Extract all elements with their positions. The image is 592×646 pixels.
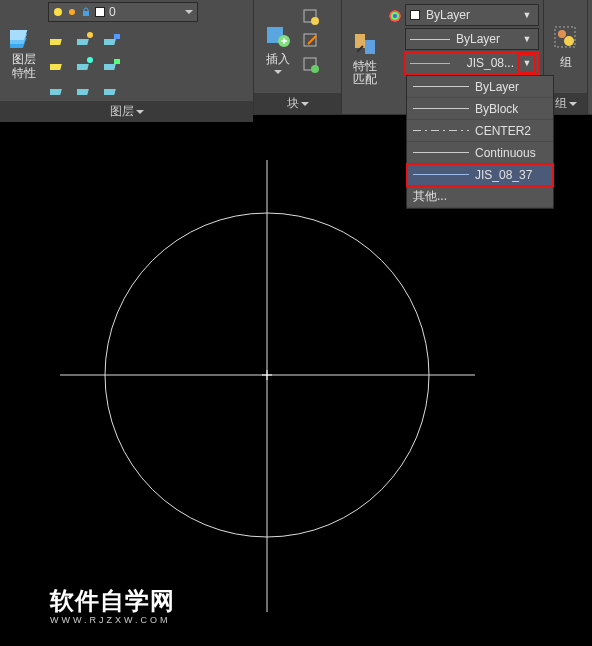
linetype-option-label: JIS_08_37 <box>475 168 547 182</box>
color-combo-label: ByLayer <box>426 8 514 22</box>
linetype-combo[interactable]: JIS_08... ▼ ByLayer ByBlock <box>405 52 539 74</box>
linetype-other-label: 其他... <box>413 188 547 205</box>
svg-point-3 <box>54 8 62 16</box>
lineweight-sample <box>410 32 450 46</box>
svg-rect-11 <box>50 64 62 70</box>
lineweight-combo-label: ByLayer <box>456 32 514 46</box>
chevron-down-icon <box>274 70 282 74</box>
group-panel-title-label: 组 <box>555 95 567 112</box>
insert-block-button[interactable]: 插入 <box>258 2 298 93</box>
linetype-option-byblock[interactable]: ByBlock <box>407 98 553 120</box>
svg-rect-17 <box>77 89 89 95</box>
svg-rect-26 <box>355 34 365 48</box>
linetype-sample <box>413 124 469 138</box>
drawing-content <box>0 140 592 646</box>
watermark: 软件自学网 WWW.RJZXW.COM <box>50 585 175 625</box>
svg-rect-6 <box>50 39 62 45</box>
svg-rect-10 <box>114 34 120 39</box>
svg-rect-7 <box>77 39 89 45</box>
layer-combo-value: 0 <box>109 5 181 19</box>
linetype-sample <box>413 80 469 94</box>
layer-freeze-icon[interactable] <box>75 29 97 51</box>
linetype-sample <box>413 146 469 160</box>
linetype-dropdown: ByLayer ByBlock CENTER2 Continuous <box>406 75 554 209</box>
layer-color-swatch <box>95 7 105 17</box>
linetype-option-jis[interactable]: JIS_08_37 <box>407 164 553 186</box>
block-attr-icon[interactable] <box>302 56 320 74</box>
layer-combo[interactable]: 0 <box>48 2 198 22</box>
insert-block-label: 插入 <box>266 51 290 68</box>
layer-off-icon[interactable] <box>48 29 70 51</box>
linetype-option-label: ByLayer <box>475 80 547 94</box>
color-swatch <box>410 10 420 20</box>
layers-panel-title[interactable]: 图层 <box>0 101 253 122</box>
layer-properties-label: 图层 特性 <box>12 53 36 79</box>
match-properties-icon <box>351 30 379 58</box>
lock-icon <box>81 7 91 17</box>
linetype-option-label: ByBlock <box>475 102 547 116</box>
chevron-down-icon: ▼ <box>520 34 534 44</box>
svg-point-25 <box>311 65 319 73</box>
blocks-panel-title[interactable]: 块 <box>254 93 341 114</box>
bulb-on-icon <box>53 7 63 17</box>
svg-point-34 <box>564 36 574 46</box>
watermark-main: 软件自学网 <box>50 585 175 617</box>
chevron-down-icon <box>185 10 193 14</box>
linetype-sample <box>413 102 469 116</box>
linetype-combo-label: JIS_08... <box>456 56 514 70</box>
linetype-option-other[interactable]: 其他... <box>407 186 553 208</box>
layer-lock-icon[interactable] <box>102 29 124 51</box>
layer-isolate-icon[interactable] <box>48 54 70 76</box>
match-properties-button[interactable]: 特性 匹配 <box>346 2 383 114</box>
chevron-down-icon: ▼ <box>520 55 534 71</box>
create-block-icon[interactable] <box>302 8 320 26</box>
svg-rect-12 <box>77 64 89 70</box>
color-combo[interactable]: ByLayer ▼ <box>405 4 539 26</box>
svg-point-31 <box>393 14 397 18</box>
watermark-sub: WWW.RJZXW.COM <box>50 615 175 625</box>
linetype-option-center2[interactable]: CENTER2 <box>407 120 553 142</box>
layers-panel-title-label: 图层 <box>110 103 134 120</box>
layer-prev-icon[interactable] <box>75 79 97 101</box>
linetype-sample <box>410 56 450 70</box>
layer-properties-button[interactable]: 图层 特性 <box>4 2 44 101</box>
svg-point-13 <box>87 57 93 63</box>
drawing-canvas[interactable]: 软件自学网 WWW.RJZXW.COM <box>0 140 592 646</box>
linetype-option-bylayer[interactable]: ByLayer <box>407 76 553 98</box>
linetype-option-label: CENTER2 <box>475 124 547 138</box>
chevron-down-icon: ▼ <box>520 10 534 20</box>
layer-thaw-icon[interactable] <box>75 54 97 76</box>
sun-icon <box>67 7 77 17</box>
group-label: 组 <box>560 54 572 71</box>
lineweight-combo[interactable]: ByLayer ▼ <box>405 28 539 50</box>
svg-rect-18 <box>104 89 116 95</box>
linetype-option-label: Continuous <box>475 146 547 160</box>
blocks-panel-title-label: 块 <box>287 95 299 112</box>
svg-rect-14 <box>104 64 116 70</box>
linetype-sample <box>413 168 469 182</box>
svg-point-4 <box>69 9 75 15</box>
layer-properties-icon <box>10 23 38 51</box>
chevron-down-icon <box>569 102 577 106</box>
chevron-down-icon <box>301 102 309 106</box>
group-icon <box>552 24 580 52</box>
svg-point-33 <box>558 30 566 38</box>
svg-rect-15 <box>114 59 120 64</box>
layer-unlock-icon[interactable] <box>102 54 124 76</box>
match-properties-label: 特性 匹配 <box>353 60 377 86</box>
svg-rect-9 <box>104 39 116 45</box>
layer-walk-icon[interactable] <box>102 79 124 101</box>
svg-point-8 <box>87 32 93 38</box>
insert-block-icon <box>264 21 292 49</box>
linetype-option-continuous[interactable]: Continuous <box>407 142 553 164</box>
layer-match-icon[interactable] <box>48 79 70 101</box>
svg-rect-23 <box>304 34 316 46</box>
svg-rect-27 <box>365 40 375 54</box>
chevron-down-icon <box>136 110 144 114</box>
svg-rect-16 <box>50 89 62 95</box>
svg-rect-5 <box>83 11 89 16</box>
edit-block-icon[interactable] <box>302 32 320 50</box>
color-wheel-icon[interactable] <box>387 8 403 24</box>
svg-point-22 <box>311 17 319 25</box>
